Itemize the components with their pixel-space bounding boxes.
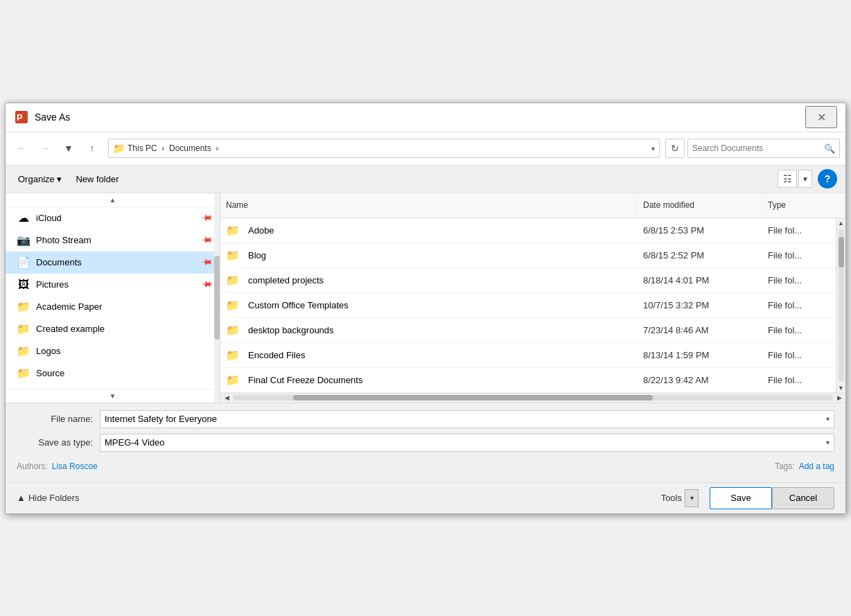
pictures-icon: 🖼 (17, 278, 30, 292)
breadcrumb-path: This PC › Documents › (128, 143, 651, 153)
file-list-header: Name Date modified Type (220, 193, 845, 218)
refresh-button[interactable]: ↻ (665, 139, 685, 158)
vertical-scrollbar[interactable]: ▲ ▼ (836, 218, 845, 393)
h-scroll-thumb (293, 395, 653, 401)
savetype-value: MPEG-4 Video (105, 437, 164, 448)
hide-folders-arrow: ▲ (17, 493, 26, 503)
hide-folders-button[interactable]: ▲ Hide Folders (17, 493, 80, 503)
file-list: ▲ Name Date modified Type 📁 Adobe (220, 193, 845, 403)
icloud-icon: ☁ (17, 211, 30, 225)
v-scroll-down-button[interactable]: ▼ (836, 383, 846, 393)
file-type-cell: File fol... (762, 250, 845, 261)
filename-input[interactable]: Internet Safety for Everyone ▾ (100, 410, 834, 428)
h-scroll-right-button[interactable]: ▶ (834, 393, 844, 403)
organize-button[interactable]: Organize ▾ (14, 172, 66, 186)
search-icon: 🔍 (824, 143, 835, 154)
filename-dropdown-icon: ▾ (826, 415, 830, 423)
file-name-cell: 📁 Final Cut Freeze Documents (220, 373, 638, 387)
file-name-cell: 📁 completed projects (220, 274, 638, 287)
sidebar-item-icloud[interactable]: ☁ iCloud 📌 (6, 207, 220, 229)
table-row[interactable]: 📁 Encoded Files 8/13/14 1:59 PM File fol… (220, 343, 845, 368)
breadcrumb-folder-icon: 📁 (113, 143, 125, 154)
file-name-cell: 📁 Blog (220, 249, 638, 262)
documents-icon: 📄 (17, 256, 30, 270)
file-name-cell: 📁 Adobe (220, 224, 638, 237)
actions-bar: Organize ▾ New folder ☷ ▼ ? (6, 166, 845, 193)
file-type-cell: File fol... (762, 325, 845, 335)
bottom-area: File name: Internet Safety for Everyone … (6, 403, 845, 482)
sidebar-item-academic-paper[interactable]: 📁 Academic Paper (6, 296, 220, 318)
savetype-label: Save as type: (17, 437, 100, 448)
navigation-toolbar: ← → ▼ ↑ 📁 This PC › Documents › ▾ ↻ 🔍 (6, 132, 845, 166)
authors-value[interactable]: Lisa Roscoe (52, 461, 98, 471)
sidebar-scrollbar[interactable] (214, 193, 220, 403)
close-button[interactable]: ✕ (805, 106, 837, 128)
file-name-cell: 📁 Encoded Files (220, 349, 638, 362)
h-scroll-left-button[interactable]: ◀ (222, 393, 231, 403)
sidebar-item-label: Academic Paper (36, 301, 211, 312)
meta-row: Authors: Lisa Roscoe Tags: Add a tag (17, 457, 834, 475)
table-row[interactable]: 📁 Final Cut Freeze Documents 8/22/13 9:4… (220, 368, 845, 393)
savetype-input[interactable]: MPEG-4 Video ▾ (100, 434, 834, 452)
sidebar: ▲ ☁ iCloud 📌 📷 Photo Stream 📌 📄 Document… (6, 193, 220, 403)
breadcrumb-dropdown-icon[interactable]: ▾ (651, 145, 655, 152)
sidebar-item-source[interactable]: 📁 Source (6, 362, 220, 385)
dropdown-button[interactable]: ▼ (58, 139, 79, 158)
v-scroll-up-button[interactable]: ▲ (836, 218, 846, 228)
photo-stream-icon: 📷 (17, 234, 30, 247)
sidebar-scroll-down[interactable]: ▼ (6, 389, 220, 403)
file-date-cell: 8/13/14 1:59 PM (638, 350, 762, 360)
table-row[interactable]: 📁 completed projects 8/18/14 4:01 PM Fil… (220, 268, 845, 293)
table-row[interactable]: 📁 Blog 6/8/15 2:52 PM File fol... (220, 243, 845, 268)
folder-icon: 📁 (17, 367, 30, 380)
sidebar-item-created-example[interactable]: 📁 Created example (6, 318, 220, 340)
column-header-name[interactable]: Name (220, 193, 638, 218)
column-header-type[interactable]: Type (762, 193, 845, 218)
sidebar-item-label: Photo Stream (36, 235, 202, 245)
pin-icon: 📌 (200, 278, 213, 291)
back-button[interactable]: ← (11, 139, 32, 158)
footer-bar: ▲ Hide Folders Tools ▾ Save Cancel (6, 482, 845, 513)
table-row[interactable]: 📁 desktop backgrounds 7/23/14 8:46 AM Fi… (220, 318, 845, 343)
horizontal-scrollbar[interactable]: ◀ ▶ (220, 393, 845, 403)
sidebar-item-photo-stream[interactable]: 📷 Photo Stream 📌 (6, 229, 220, 252)
sidebar-scroll-up[interactable]: ▲ (6, 193, 220, 207)
sidebar-item-pictures[interactable]: 🖼 Pictures 📌 (6, 274, 220, 296)
file-type-cell: File fol... (762, 375, 845, 385)
folder-icon: 📁 (17, 322, 30, 336)
sidebar-item-label: Pictures (36, 279, 202, 290)
sidebar-item-label: Documents (36, 257, 202, 267)
tools-dropdown-button[interactable]: ▾ (685, 489, 699, 507)
folder-icon: 📁 (226, 274, 240, 287)
folder-icon: 📁 (17, 344, 30, 358)
forward-button[interactable]: → (35, 139, 55, 158)
dialog-title: Save As (35, 112, 805, 123)
filename-label: File name: (17, 414, 100, 424)
search-input[interactable] (692, 143, 824, 153)
cancel-button[interactable]: Cancel (772, 487, 834, 509)
tags-label: Tags: (775, 461, 795, 471)
sidebar-item-label: Created example (36, 324, 211, 334)
up-button[interactable]: ↑ (82, 139, 103, 158)
tags-value[interactable]: Add a tag (799, 461, 834, 471)
help-button[interactable]: ? (818, 169, 837, 188)
column-header-date[interactable]: Date modified (638, 193, 762, 218)
table-row[interactable]: 📁 Custom Office Templates 10/7/15 3:32 P… (220, 293, 845, 318)
filename-row: File name: Internet Safety for Everyone … (17, 410, 834, 428)
view-list-button[interactable]: ☷ (778, 170, 797, 188)
sidebar-scrollbar-thumb (214, 256, 220, 340)
savetype-dropdown-icon: ▾ (826, 439, 830, 446)
new-folder-button[interactable]: New folder (71, 172, 123, 186)
save-button[interactable]: Save (710, 487, 772, 509)
breadcrumb-bar[interactable]: 📁 This PC › Documents › ▾ (108, 139, 660, 158)
powerpoint-icon: P (14, 109, 29, 125)
sidebar-item-label: Source (36, 368, 211, 378)
h-scroll-track (233, 395, 833, 401)
table-row[interactable]: 📁 Adobe 6/8/15 2:53 PM File fol... (220, 218, 845, 243)
sidebar-item-documents[interactable]: 📄 Documents 📌 (6, 252, 220, 274)
sidebar-item-label: iCloud (36, 213, 202, 223)
folder-icon: 📁 (226, 249, 240, 262)
file-type-cell: File fol... (762, 350, 845, 360)
view-dropdown-button[interactable]: ▼ (798, 170, 812, 188)
sidebar-item-logos[interactable]: 📁 Logos (6, 340, 220, 362)
